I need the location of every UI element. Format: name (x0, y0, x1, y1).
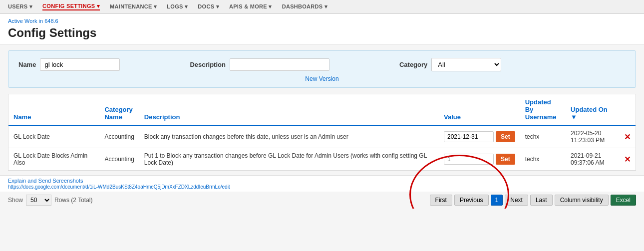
row-updated-on: 2022-05-2011:23:03 PM (566, 125, 619, 148)
col-header-updated-by[interactable]: Updated ByUsername (520, 94, 566, 125)
filter-description-label: Description (190, 61, 226, 68)
nav-item-docs[interactable]: DOCS ▾ (198, 3, 219, 10)
nav-item-maintenance[interactable]: MAINTENANCE ▾ (110, 3, 157, 10)
table-footer: Show 50 25 100 Rows (2 Total) First Prev… (0, 192, 644, 209)
page-number-button[interactable]: 1 (491, 195, 503, 206)
delete-button-2[interactable]: ✕ (624, 155, 631, 164)
nav-item-users[interactable]: USERS ▾ (8, 3, 32, 10)
explain-screenshots-link[interactable]: Explain and Send Screenshots (8, 178, 83, 184)
col-header-value[interactable]: Value (439, 94, 520, 125)
row-description: Block any transaction changes before thi… (139, 125, 439, 148)
row-updated-by: techx (520, 148, 566, 171)
show-label: Show (8, 197, 23, 204)
rows-total-label: Rows (2 Total) (54, 197, 92, 204)
filter-panel: Name Description Category All Accounting… (8, 50, 636, 88)
set-button-1[interactable]: Set (496, 131, 515, 142)
page-header: Active Work in 648.6 Config Settings (0, 14, 644, 44)
col-header-category[interactable]: CategoryName (99, 94, 139, 125)
excel-export-button[interactable]: Excel (611, 195, 636, 206)
next-page-button[interactable]: Next (505, 195, 528, 206)
new-version-link[interactable]: New Version (18, 75, 626, 82)
nav-item-config-settings[interactable]: CONFIG SETTINGS ▾ (42, 3, 100, 10)
row-name: GL Lock Date (8, 125, 99, 148)
top-navigation: USERS ▾ CONFIG SETTINGS ▾ MAINTENANCE ▾ … (0, 0, 644, 14)
value-input-2[interactable] (444, 154, 494, 165)
row-description: Put 1 to Block any transaction changes b… (139, 148, 439, 171)
col-header-updated-on[interactable]: Updated On ▼ (566, 94, 619, 125)
col-header-description[interactable]: Description (139, 94, 439, 125)
filter-category-select[interactable]: All Accounting System General (431, 58, 501, 71)
active-work-label: Active Work in 648.6 (8, 18, 636, 24)
docs-url: https://docs.google.com/document/d/1iL-W… (8, 184, 230, 190)
filter-name-input[interactable] (40, 58, 120, 71)
last-page-button[interactable]: Last (530, 195, 553, 206)
show-rows-select[interactable]: 50 25 100 (26, 195, 51, 206)
nav-item-dashboards[interactable]: DASHBOARDS ▾ (282, 3, 328, 10)
page-title: Config Settings (8, 26, 636, 40)
config-settings-table: Name CategoryName Description Value Upda… (8, 94, 636, 171)
row-updated-on: 2021-09-2109:37:06 AM (566, 148, 619, 171)
row-category: Accounting (99, 148, 139, 171)
nav-item-apis[interactable]: APIS & MORE ▾ (229, 3, 272, 10)
previous-page-button[interactable]: Previous (454, 195, 489, 206)
delete-button-1[interactable]: ✕ (624, 132, 631, 142)
row-value: Set (439, 148, 520, 171)
col-header-actions (619, 94, 636, 125)
table-row: GL Lock Date Accounting Block any transa… (8, 125, 636, 148)
status-bar: Explain and Send Screenshots https://doc… (0, 175, 644, 192)
row-category: Accounting (99, 125, 139, 148)
set-button-2[interactable]: Set (496, 154, 515, 165)
table-row: GL Lock Date Blocks Admin Also Accountin… (8, 148, 636, 171)
column-visibility-button[interactable]: Column visibility (555, 195, 609, 206)
col-header-name[interactable]: Name (8, 94, 99, 125)
filter-name-label: Name (18, 61, 36, 68)
filter-category-label: Category (399, 61, 427, 68)
filter-description-input[interactable] (230, 58, 329, 71)
row-updated-by: techx (520, 125, 566, 148)
row-value: Set (439, 125, 520, 148)
nav-item-logs[interactable]: LOGS ▾ (167, 3, 188, 10)
first-page-button[interactable]: First (430, 195, 452, 206)
row-name: GL Lock Date Blocks Admin Also (8, 148, 99, 171)
value-input-1[interactable] (444, 131, 494, 142)
